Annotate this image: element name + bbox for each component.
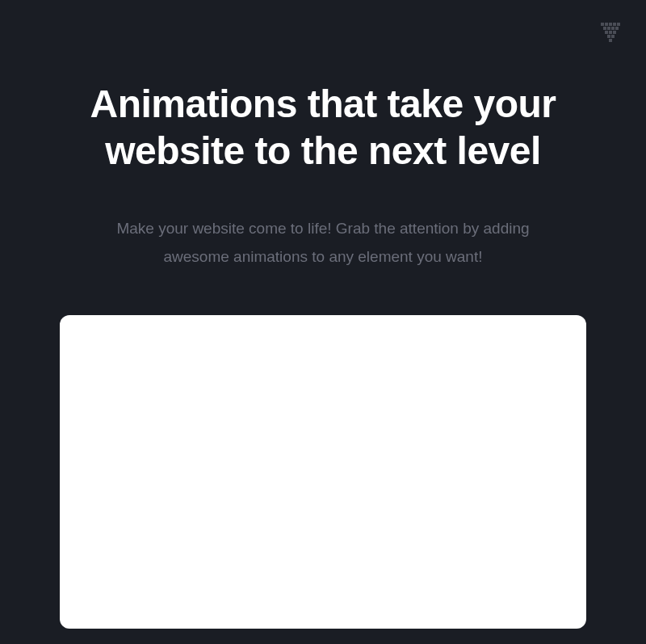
svg-rect-2 xyxy=(609,23,612,26)
svg-rect-5 xyxy=(603,27,606,30)
svg-rect-7 xyxy=(611,27,615,30)
svg-rect-14 xyxy=(609,39,612,42)
svg-rect-3 xyxy=(613,23,616,26)
svg-rect-6 xyxy=(607,27,610,30)
svg-rect-1 xyxy=(605,23,608,26)
svg-rect-9 xyxy=(605,31,608,34)
svg-rect-4 xyxy=(617,23,620,26)
svg-rect-10 xyxy=(609,31,612,34)
preview-card xyxy=(60,315,586,629)
hero-subheading: Make your website come to life! Grab the… xyxy=(60,214,586,271)
svg-rect-11 xyxy=(613,31,616,34)
svg-rect-13 xyxy=(611,35,615,38)
svg-rect-0 xyxy=(601,23,604,26)
svg-rect-8 xyxy=(615,27,619,30)
hero-section: Animations that take your website to the… xyxy=(0,0,646,629)
svg-rect-12 xyxy=(607,35,610,38)
hero-heading: Animations that take your website to the… xyxy=(60,81,586,174)
castle-logo-icon xyxy=(601,23,620,44)
